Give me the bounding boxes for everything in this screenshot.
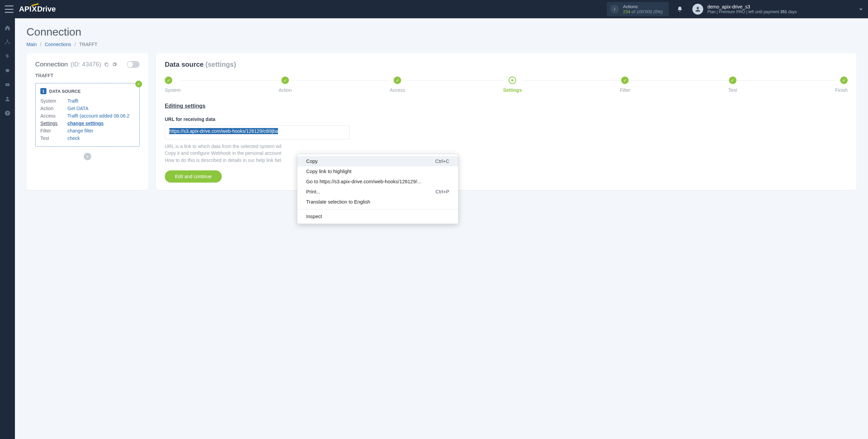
sidebar-item-connections[interactable] (0, 36, 15, 48)
breadcrumb: Main / Connections / TRAFFT (26, 42, 856, 47)
step-action[interactable]: ✓Action (279, 77, 292, 93)
ctx-translate[interactable]: Translate selection to English (297, 197, 458, 207)
actions-label: Actions: (623, 4, 663, 9)
svg-point-3 (9, 43, 10, 44)
svg-point-5 (6, 97, 8, 99)
ds-link-system[interactable]: Trafft (67, 98, 135, 104)
logo-text-b: Drive (37, 5, 56, 14)
connection-header: Connection (35, 61, 68, 68)
settings-title: Data source (settings) (165, 61, 848, 68)
content: Connection Main / Connections / TRAFFT C… (15, 18, 868, 439)
svg-point-0 (697, 7, 699, 9)
ds-link-access[interactable]: Trafft (account added 08.06.2 (67, 113, 135, 119)
data-source-box[interactable]: ✓ 1 DATA SOURCE System Trafft Action Get… (35, 83, 140, 147)
actions-used: 234 (623, 9, 631, 14)
connection-toggle[interactable] (127, 61, 140, 68)
step-settings[interactable]: Settings (503, 77, 522, 93)
ds-badge: 1 (40, 88, 46, 94)
edit-continue-button[interactable]: Edit and continue (165, 170, 222, 183)
url-value: https://s3.apix-drive.com/web-hooks/1261… (169, 128, 278, 134)
copy-icon[interactable] (104, 62, 109, 67)
actions-counter[interactable]: i Actions: 234 of 100'000 (0%) (607, 2, 669, 16)
ds-link-settings[interactable]: change settings (67, 121, 135, 126)
settings-card: Data source (settings) ✓System ✓Action ✓… (156, 53, 856, 190)
ds-label-test: Test (40, 135, 67, 141)
avatar-icon (692, 4, 703, 15)
sidebar-item-help[interactable] (0, 107, 15, 119)
logo-text-a: API (19, 5, 32, 14)
user-name: demo_apix-drive_s3 (707, 4, 797, 9)
breadcrumb-main[interactable]: Main (26, 42, 37, 47)
ctx-inspect[interactable]: Inspect (297, 211, 458, 222)
context-menu: CopyCtrl+C Copy link to highlight Go to … (297, 154, 458, 224)
step-filter[interactable]: ✓Filter (620, 77, 630, 93)
check-icon: ✓ (135, 81, 142, 87)
help-text: URL is a link to which data from the sel… (165, 143, 848, 164)
connection-name: TRAFFT (35, 73, 140, 78)
sidebar-item-account[interactable] (0, 93, 15, 105)
step-test[interactable]: ✓Test (728, 77, 737, 93)
step-access[interactable]: ✓Access (390, 77, 405, 93)
step-finish[interactable]: ✓Finish (835, 77, 848, 93)
plan-name: Premium PRO (719, 9, 745, 14)
sidebar-item-video[interactable] (0, 79, 15, 91)
user-menu[interactable]: demo_apix-drive_s3 Plan | Premium PRO | … (692, 4, 863, 15)
bell-icon[interactable] (677, 6, 683, 12)
ds-title: DATA SOURCE (49, 89, 81, 94)
gear-icon[interactable] (112, 62, 117, 67)
ds-link-filter[interactable]: change filter (67, 128, 135, 133)
step-system[interactable]: ✓System (165, 77, 181, 93)
logo-x: X (32, 5, 37, 14)
ds-link-action[interactable]: Get DATA (67, 106, 135, 111)
sidebar-item-billing[interactable] (0, 50, 15, 62)
connection-id: (ID: 43476) (71, 61, 101, 68)
plan-days: 351 (780, 9, 787, 14)
add-destination-button[interactable]: + (84, 153, 91, 160)
url-input[interactable]: https://s3.apix-drive.com/web-hooks/1261… (165, 125, 350, 140)
logo[interactable]: API X Drive (19, 5, 56, 14)
svg-point-1 (7, 40, 8, 41)
ds-label-settings: Settings (40, 121, 67, 126)
actions-total: 100'000 (636, 9, 652, 14)
ctx-separator (297, 209, 458, 209)
ds-label-access: Access (40, 113, 67, 119)
ds-label-filter: Filter (40, 128, 67, 133)
ds-link-test[interactable]: check (67, 135, 135, 141)
url-field-label: URL for receiving data (165, 117, 848, 122)
ds-label-action: Action (40, 106, 67, 111)
sidebar-item-home[interactable] (0, 22, 15, 34)
svg-rect-8 (105, 63, 108, 66)
sidebar (0, 18, 15, 439)
sidebar-item-tools[interactable] (0, 64, 15, 77)
topbar: API X Drive i Actions: 234 of 100'000 (0… (0, 0, 868, 18)
ctx-print[interactable]: Print...Ctrl+P (297, 187, 458, 197)
info-icon: i (610, 5, 619, 14)
connection-card: Connection (ID: 43476) TRAFFT ✓ 1 DATA (26, 53, 149, 190)
chevron-down-icon[interactable] (859, 7, 863, 12)
actions-pct: (0%) (653, 9, 663, 14)
svg-point-2 (5, 43, 6, 44)
ctx-goto[interactable]: Go to https://s3.apix-drive.com/web-hook… (297, 176, 458, 187)
menu-icon[interactable] (5, 5, 14, 13)
ctx-copy-highlight[interactable]: Copy link to highlight (297, 166, 458, 176)
stepper: ✓System ✓Action ✓Access Settings ✓Filter… (165, 77, 848, 93)
section-title: Editing settings (165, 103, 848, 109)
page-title: Connection (26, 26, 856, 38)
ds-label-system: System (40, 98, 67, 104)
breadcrumb-connections[interactable]: Connections (45, 42, 71, 47)
breadcrumb-current: TRAFFT (79, 42, 97, 47)
ctx-copy[interactable]: CopyCtrl+C (297, 156, 458, 166)
